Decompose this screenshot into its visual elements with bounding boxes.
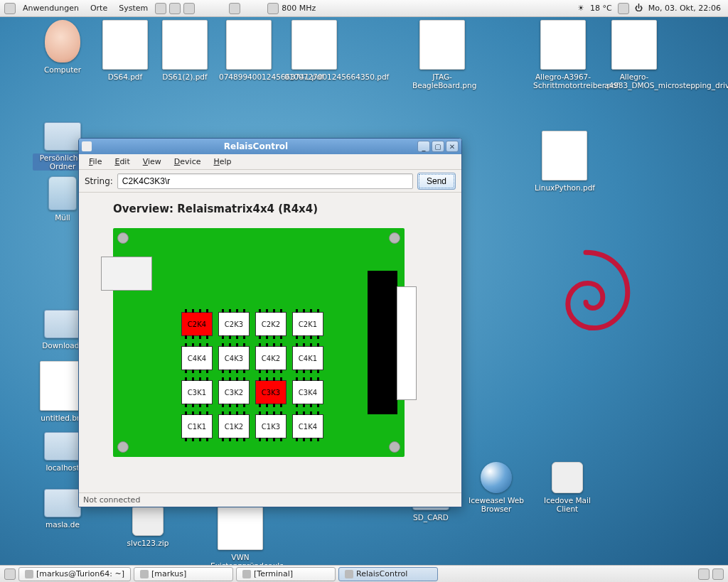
desktop-icon-ds64[interactable]: DS64.pdf — [95, 20, 155, 81]
relay-C4K3[interactable]: C4K3 — [218, 346, 250, 370]
task-button[interactable]: [markus@Turion64: ~] — [18, 567, 131, 581]
task-label: [markus@Turion64: ~] — [36, 569, 124, 578]
applet-icon[interactable] — [169, 3, 181, 14]
app-icon — [552, 462, 583, 493]
send-button[interactable]: Send — [417, 173, 456, 190]
desktop-icon-ds61[interactable]: DS61(2).pdf — [155, 20, 215, 81]
desktop[interactable]: ComputerPersönlicher OrdnerMüllDownloads… — [0, 17, 728, 565]
task-button[interactable]: RelaisControl — [338, 567, 438, 581]
icon-label: Computer — [33, 65, 92, 74]
icon-label: Icedove Mail Client — [537, 496, 597, 513]
toolbar: String: Send — [79, 170, 461, 193]
icon-label: SD_CARD — [401, 513, 461, 522]
icon-label: DS64.pdf — [95, 72, 155, 81]
icon-label: 0748994001245663741.pdf — [219, 72, 279, 81]
maximize-button[interactable]: ▢ — [432, 141, 444, 152]
relay-C3K1[interactable]: C3K1 — [181, 380, 213, 404]
window-title: RelaisControl — [96, 141, 416, 151]
relay-C3K2[interactable]: C3K2 — [218, 380, 250, 404]
mount-hole-icon — [389, 441, 400, 453]
menu-places[interactable]: Orte — [86, 4, 112, 13]
menu-view[interactable]: View — [137, 156, 167, 168]
relay-C3K4[interactable]: C3K4 — [292, 380, 323, 404]
icon-label: DS61(2).pdf — [155, 72, 215, 81]
window-icon — [82, 141, 92, 151]
relay-C2K1[interactable]: C2K1 — [292, 312, 323, 336]
applet-icon[interactable] — [155, 3, 166, 14]
power-icon[interactable]: ⏻ — [635, 4, 643, 13]
task-button[interactable]: [markus] — [134, 567, 233, 581]
menu-edit[interactable]: Edit — [109, 156, 135, 168]
folder-icon — [44, 122, 81, 151]
mount-hole-icon — [389, 232, 400, 244]
mount-hole-icon — [117, 232, 129, 244]
close-button[interactable]: ✕ — [446, 141, 459, 152]
string-input[interactable] — [117, 173, 413, 189]
connector-left — [101, 257, 152, 291]
relay-C1K3[interactable]: C1K3 — [255, 414, 287, 438]
menu-applications[interactable]: Anwendungen — [18, 4, 83, 13]
network-icon[interactable] — [618, 3, 629, 14]
titlebar[interactable]: RelaisControl _ ▢ ✕ — [79, 139, 461, 154]
clock[interactable]: Mo, 03. Okt, 22:06 — [648, 4, 724, 13]
icon-label: Allegro-a4983_DMOS_microstepping_driver_… — [604, 72, 664, 90]
connector-right-black — [368, 271, 397, 414]
trash-icon[interactable] — [712, 568, 724, 580]
relay-C4K1[interactable]: C4K1 — [292, 346, 323, 370]
desktop-icon-vwn[interactable]: VWN Existenzgründer.xls — [210, 500, 270, 570]
face-icon — [45, 20, 80, 63]
weather-icon: ☀ — [577, 4, 584, 13]
minimize-button[interactable]: _ — [417, 141, 430, 152]
pcb-board: C2K4C2K3C2K2C2K1C4K4C4K3C4K2C4K1C3K1C3K2… — [113, 228, 405, 457]
desktop-icon-jtag[interactable]: JTAG-BeagleBoard.png — [412, 20, 472, 90]
task-icon — [25, 570, 33, 578]
cpu-freq: 800 MHz — [282, 4, 316, 13]
relay-C4K2[interactable]: C4K2 — [255, 346, 287, 370]
desktop-icon-icedove[interactable]: Icedove Mail Client — [537, 458, 597, 513]
doc-icon — [419, 20, 465, 70]
relay-C2K4[interactable]: C2K4 — [181, 312, 213, 336]
bottom-panel: [markus@Turion64: ~][markus][Terminal]Re… — [0, 565, 728, 582]
menu-device[interactable]: Device — [168, 156, 207, 168]
relay-C2K3[interactable]: C2K3 — [218, 312, 250, 336]
desktop-icon-p1[interactable]: 0748994001245663741.pdf — [219, 20, 279, 81]
globe-icon — [481, 462, 512, 493]
doc-icon — [226, 20, 272, 70]
icon-label: LinuxPython.pdf — [535, 183, 594, 192]
icon-label: masla.de — [33, 520, 92, 529]
icon-label: Allegro-A3967-Schrittmotortreiber.pdf — [533, 72, 593, 90]
debian-swirl-icon — [536, 244, 636, 344]
relay-C4K4[interactable]: C4K4 — [181, 346, 213, 370]
workspace-switcher[interactable] — [698, 568, 710, 580]
task-icon — [242, 570, 251, 578]
task-icon — [345, 570, 353, 578]
show-desktop-icon[interactable] — [4, 568, 16, 580]
top-panel: Anwendungen Orte System 800 MHz ☀ 18 °C … — [0, 0, 728, 17]
cpu-icon — [267, 3, 279, 14]
menu-system[interactable]: System — [114, 4, 152, 13]
calc-icon[interactable] — [229, 3, 240, 14]
relay-C2K2[interactable]: C2K2 — [255, 312, 287, 336]
relay-C1K1[interactable]: C1K1 — [181, 414, 213, 438]
relay-C3K3[interactable]: C3K3 — [255, 380, 287, 404]
relay-C1K2[interactable]: C1K2 — [218, 414, 250, 438]
desktop-icon-a4983[interactable]: Allegro-a4983_DMOS_microstepping_driver_… — [604, 20, 664, 90]
doc-icon — [542, 131, 587, 180]
desktop-icon-computer[interactable]: Computer — [33, 20, 92, 74]
menu-help[interactable]: Help — [208, 156, 237, 168]
relay-C1K4[interactable]: C1K4 — [292, 414, 323, 438]
doc-icon — [162, 20, 208, 70]
desktop-icon-a3967[interactable]: Allegro-A3967-Schrittmotortreiber.pdf — [533, 20, 593, 90]
icon-label: slvc123.zip — [118, 539, 178, 547]
desktop-icon-linuxpy[interactable]: LinuxPython.pdf — [535, 131, 594, 192]
task-button[interactable]: [Terminal] — [236, 567, 336, 581]
task-label: RelaisControl — [356, 569, 407, 578]
desktop-icon-p2[interactable]: 0100727001245664350.pdf — [284, 20, 344, 81]
applet-icon[interactable] — [183, 3, 195, 14]
desktop-icon-iceweasel[interactable]: Iceweasel Web Browser — [466, 458, 526, 513]
task-icon — [140, 570, 149, 578]
doc-icon — [291, 20, 337, 70]
menu-file[interactable]: File — [83, 156, 107, 168]
string-label: String: — [85, 176, 113, 186]
icon-label: Iceweasel Web Browser — [466, 496, 526, 513]
